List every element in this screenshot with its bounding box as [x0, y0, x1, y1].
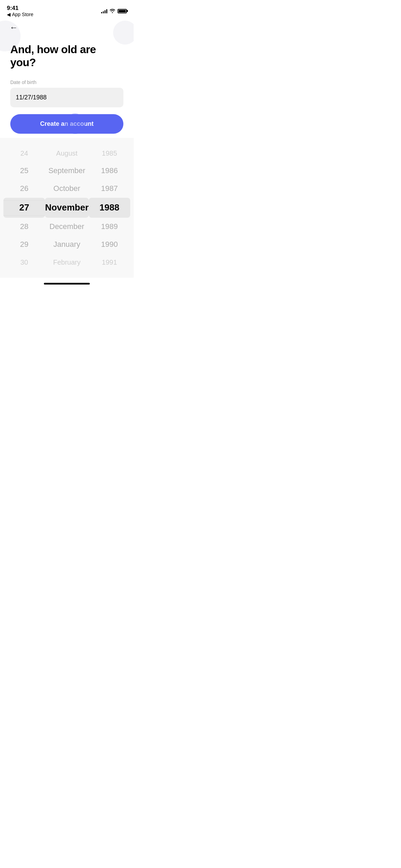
picker-day-column[interactable]: 24252627282930	[3, 145, 45, 271]
picker-item[interactable]: 28	[3, 218, 45, 236]
back-button[interactable]: ←	[7, 21, 21, 34]
app-store-label: ◀ App Store	[7, 12, 33, 17]
picker-item[interactable]: September	[45, 162, 88, 180]
picker-item[interactable]: 1988	[89, 198, 130, 218]
picker-item[interactable]: 30	[3, 254, 45, 271]
signal-bars-icon	[101, 9, 107, 13]
picker-item[interactable]: 25	[3, 162, 45, 180]
status-time: 9:41	[7, 5, 33, 12]
picker-item[interactable]: 29	[3, 236, 45, 254]
date-input-field[interactable]: 11/27/1988	[10, 88, 123, 107]
main-content: And, how old are you? Date of birth 11/2…	[0, 36, 134, 153]
picker-item[interactable]: January	[45, 236, 88, 254]
picker-item[interactable]: 27	[3, 198, 45, 218]
picker-year-column[interactable]: 1985198619871988198919901991	[89, 145, 130, 271]
picker-container: 24252627282930 AugustSeptemberOctoberNov…	[0, 138, 134, 278]
picker-month-column[interactable]: AugustSeptemberOctoberNovemberDecemberJa…	[45, 145, 88, 271]
picker-item[interactable]: October	[45, 180, 88, 198]
nav-bar: ←	[0, 17, 134, 36]
picker-item[interactable]: 1985	[89, 145, 130, 162]
status-right	[101, 8, 127, 14]
battery-icon	[118, 9, 127, 13]
status-left: 9:41 ◀ App Store	[7, 5, 33, 17]
create-account-button[interactable]: Create an account	[10, 114, 123, 134]
home-indicator	[0, 278, 134, 289]
picker-item[interactable]: December	[45, 218, 88, 236]
picker-item[interactable]: 24	[3, 145, 45, 162]
picker-item[interactable]: 26	[3, 180, 45, 198]
wifi-icon	[109, 8, 116, 14]
status-bar: 9:41 ◀ App Store	[0, 0, 134, 17]
picker-item[interactable]: November	[45, 198, 88, 218]
home-indicator-bar	[44, 283, 90, 285]
picker-item[interactable]: 1991	[89, 254, 130, 271]
page-title: And, how old are you?	[10, 43, 123, 69]
field-label: Date of birth	[10, 80, 123, 85]
picker-item[interactable]: August	[45, 145, 88, 162]
date-picker[interactable]: 24252627282930 AugustSeptemberOctoberNov…	[0, 138, 134, 289]
back-chevron: ◀	[7, 12, 11, 17]
picker-item[interactable]: 1989	[89, 218, 130, 236]
picker-item[interactable]: 1987	[89, 180, 130, 198]
picker-item[interactable]: February	[45, 254, 88, 271]
picker-item[interactable]: 1986	[89, 162, 130, 180]
picker-item[interactable]: 1990	[89, 236, 130, 254]
